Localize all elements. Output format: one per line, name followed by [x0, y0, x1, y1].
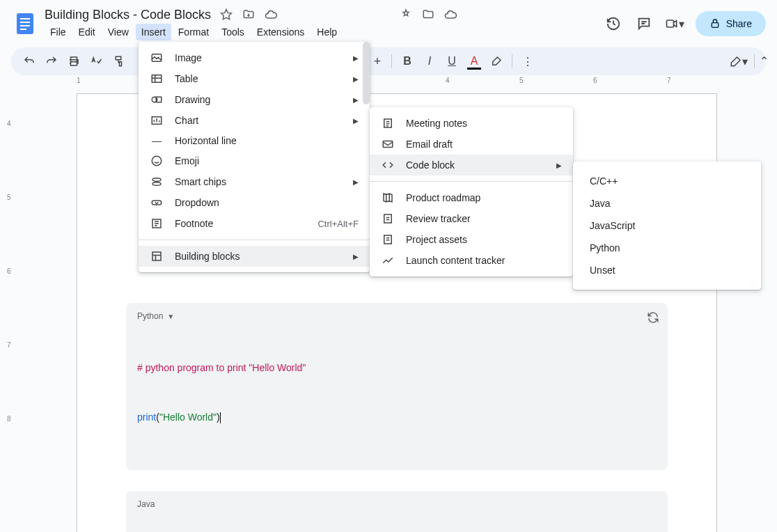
- launch-icon: [381, 254, 395, 267]
- lang-c-cpp[interactable]: C/C++: [573, 170, 761, 192]
- menu-label: Image: [175, 52, 342, 63]
- bold-icon[interactable]: B: [398, 52, 417, 71]
- star-icon[interactable]: [219, 8, 233, 22]
- share-button[interactable]: Share: [696, 11, 766, 36]
- emoji-icon: [150, 155, 164, 167]
- email-icon: [381, 138, 395, 150]
- menu-help[interactable]: Help: [311, 24, 343, 40]
- move2-icon[interactable]: [421, 8, 435, 22]
- menu-extensions[interactable]: Extensions: [251, 24, 310, 40]
- history-icon[interactable]: [604, 14, 623, 33]
- document-title[interactable]: Building Blocks - Code Blocks: [45, 8, 211, 22]
- vruler-tick: 6: [7, 267, 11, 275]
- insert-table[interactable]: Table▶: [139, 68, 370, 89]
- comments-icon[interactable]: [634, 14, 654, 33]
- menu-edit[interactable]: Edit: [73, 24, 101, 40]
- menu-label: Email draft: [406, 139, 562, 150]
- svg-rect-0: [17, 13, 33, 34]
- chart-icon: [150, 114, 164, 127]
- insert-smart-chips[interactable]: Smart chips▶: [139, 171, 370, 192]
- submenu-arrow-icon: ▶: [353, 178, 359, 186]
- bb-product-roadmap[interactable]: Product roadmap: [370, 187, 573, 208]
- lang-python[interactable]: Python: [573, 237, 761, 259]
- menu-label: Unset: [590, 265, 744, 276]
- submenu-arrow-icon: ▶: [353, 75, 359, 83]
- lang-java[interactable]: Java: [573, 192, 761, 214]
- docs-logo[interactable]: [11, 10, 39, 38]
- underline-icon[interactable]: U: [442, 52, 462, 71]
- meet-icon[interactable]: ▾: [665, 14, 684, 33]
- undo-icon[interactable]: [19, 52, 39, 71]
- insert-dropdown[interactable]: Dropdown: [139, 192, 370, 213]
- cloud-status-icon[interactable]: [264, 8, 278, 22]
- bb-meeting-notes[interactable]: Meeting notes: [370, 113, 573, 134]
- italic-icon[interactable]: I: [420, 52, 439, 71]
- menu-label: Emoji: [175, 155, 359, 166]
- menu-label: Drawing: [175, 94, 342, 105]
- svg-rect-7: [712, 23, 718, 28]
- scrollbar[interactable]: [363, 42, 370, 104]
- insert-hr[interactable]: ―Horizontal line: [139, 131, 370, 150]
- svg-rect-21: [383, 141, 393, 148]
- lang-unset[interactable]: Unset: [573, 259, 761, 281]
- svg-rect-2: [20, 22, 30, 23]
- image-icon: [150, 52, 164, 64]
- code-block-lang-label[interactable]: Java: [137, 499, 155, 509]
- menu-format[interactable]: Format: [173, 24, 214, 40]
- code-icon: [381, 159, 395, 171]
- print-icon[interactable]: [64, 52, 84, 71]
- bb-review-tracker[interactable]: Review tracker: [370, 208, 573, 229]
- menu-label: Code block: [406, 159, 545, 171]
- menu-label: Smart chips: [175, 176, 342, 187]
- lang-javascript[interactable]: JavaScript: [573, 214, 761, 237]
- menu-tools[interactable]: Tools: [216, 24, 250, 40]
- text-color-icon[interactable]: A: [464, 52, 484, 71]
- hr-icon: ―: [150, 135, 164, 146]
- spellcheck-icon[interactable]: [86, 52, 106, 71]
- vruler-tick: 7: [7, 341, 11, 349]
- chevron-down-icon[interactable]: ▼: [167, 313, 174, 320]
- submenu-arrow-icon: ▶: [353, 253, 359, 260]
- bb-code-block[interactable]: Code block▶: [370, 155, 573, 175]
- insert-image[interactable]: Image▶: [139, 47, 370, 68]
- menu-label: Python: [590, 242, 744, 253]
- bb-email-draft[interactable]: Email draft: [370, 134, 573, 155]
- bb-launch-tracker[interactable]: Launch content tracker: [370, 250, 573, 271]
- highlight-icon[interactable]: [487, 52, 506, 71]
- chips-icon: [150, 175, 164, 188]
- menu-insert[interactable]: Insert: [136, 24, 171, 40]
- menu-view[interactable]: View: [102, 24, 134, 40]
- font-size-increase[interactable]: +: [369, 53, 386, 70]
- svg-point-15: [152, 178, 161, 182]
- insert-footnote[interactable]: FootnoteCtrl+Alt+F: [139, 213, 370, 234]
- refresh-icon[interactable]: [647, 311, 659, 327]
- svg-rect-1: [20, 18, 30, 19]
- code-block-python[interactable]: Python ▼ # python program to print "Hell…: [126, 303, 668, 470]
- bb-project-assets[interactable]: Project assets: [370, 229, 573, 250]
- star2-icon[interactable]: [399, 8, 413, 22]
- redo-icon[interactable]: [42, 52, 61, 71]
- insert-building-blocks[interactable]: Building blocks▶: [139, 246, 370, 267]
- more-icon[interactable]: ⋮: [518, 52, 537, 71]
- menu-file[interactable]: File: [45, 24, 72, 40]
- assets-icon: [381, 233, 395, 246]
- editing-mode-icon[interactable]: ▾: [729, 52, 748, 71]
- insert-chart[interactable]: Chart▶: [139, 110, 370, 131]
- format-paint-icon[interactable]: [109, 52, 128, 71]
- svg-rect-19: [152, 252, 161, 260]
- vertical-ruler: 4 5 6 7 8: [0, 91, 21, 532]
- svg-rect-22: [384, 214, 392, 223]
- drawing-icon: [150, 93, 164, 106]
- move-folder-icon[interactable]: [242, 8, 256, 22]
- notes-icon: [381, 117, 395, 130]
- code-block-java[interactable]: Java // Your First Program class HelloWo…: [126, 491, 668, 532]
- code-block-lang-label[interactable]: Python: [137, 311, 163, 321]
- vruler-tick: 8: [7, 415, 11, 423]
- building-blocks-submenu: Meeting notes Email draft Code block▶ Pr…: [370, 107, 573, 276]
- insert-emoji[interactable]: Emoji: [139, 150, 370, 171]
- cloud2-icon[interactable]: [444, 8, 457, 22]
- submenu-arrow-icon: ▶: [556, 162, 562, 169]
- insert-drawing[interactable]: Drawing▶: [139, 89, 370, 110]
- code-line: # python program to print "Hello World": [137, 362, 306, 373]
- collapse-toolbar-icon[interactable]: ⌃: [760, 54, 769, 68]
